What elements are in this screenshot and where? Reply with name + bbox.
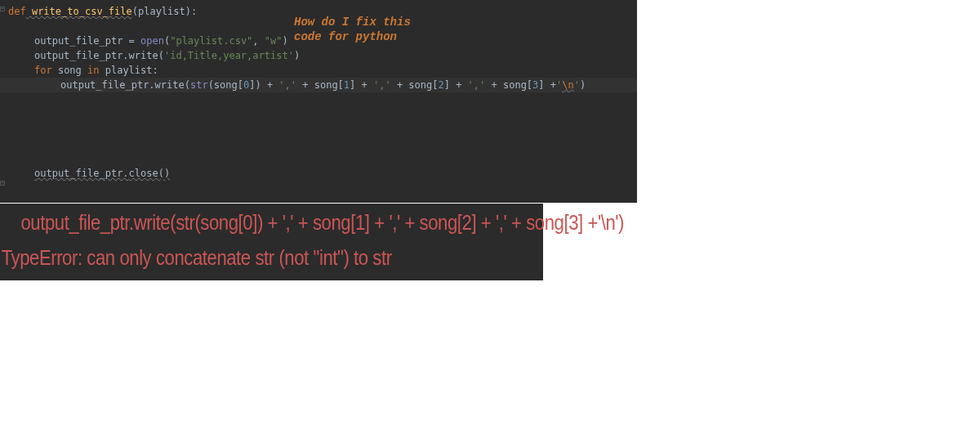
string-literal: ',' — [278, 79, 296, 91]
code-line-4[interactable]: for song in playlist: — [0, 63, 637, 78]
function-name: write_to_csv_file — [26, 6, 132, 17]
builtin-str: str — [190, 79, 208, 91]
code-line-6[interactable]: output_file_ptr.close() — [0, 166, 637, 181]
escape-char: \n — [562, 79, 573, 91]
error-message: TypeError: can only concatenate str (not… — [0, 245, 461, 271]
error-trace-line: output_file_ptr.write(str(song[0]) + ','… — [0, 210, 461, 235]
builtin-open: open — [140, 35, 164, 47]
params: (playlist): — [132, 6, 197, 17]
error-console-panel[interactable]: output_file_ptr.write(str(song[0]) + ','… — [0, 204, 543, 280]
keyword-def: def — [8, 6, 26, 17]
string-literal: "w" — [265, 35, 283, 47]
question-line2: code for python — [294, 29, 411, 44]
string-literal: "playlist.csv" — [170, 35, 252, 47]
blank-region — [0, 92, 637, 166]
code-line-5[interactable]: output_file_ptr.write(str(song[0]) + ','… — [0, 78, 637, 92]
string-literal: 'id,Title,year,artist' — [164, 50, 294, 61]
method-close: close() — [129, 168, 171, 179]
gutter-hint-icon[interactable]: ⊟ — [0, 178, 5, 187]
question-line1: How do I fix this — [294, 15, 411, 29]
code-editor-panel[interactable]: ⊟ ⊟ def write_to_csv_file(playlist): out… — [0, 0, 637, 203]
keyword-for: for — [34, 65, 52, 76]
keyword-in: in — [87, 65, 99, 76]
number-literal: 2 — [438, 79, 443, 91]
string-literal: ',' — [373, 79, 391, 91]
code-line-3[interactable]: output_file_ptr.write('id,Title,year,art… — [0, 48, 637, 63]
number-literal: 1 — [344, 79, 350, 91]
question-overlay: How do I fix this code for python — [294, 15, 411, 44]
gutter-collapse-icon[interactable]: ⊟ — [0, 4, 5, 13]
string-literal: ',' — [468, 79, 486, 91]
